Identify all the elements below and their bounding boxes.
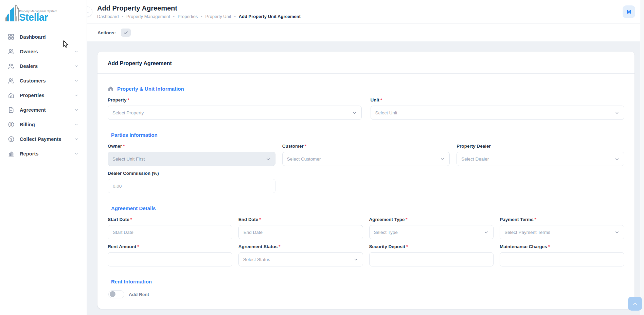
dealer-commission-input[interactable] (108, 179, 275, 193)
sidebar-item-label: Customers (20, 78, 74, 84)
sidebar-item-owners[interactable]: Owners (5, 44, 82, 58)
field-agreement-status: Agreement Status* Select Status (238, 244, 363, 266)
sidebar-item-reports[interactable]: Reports (5, 147, 82, 161)
breadcrumb-item-current: Add Property Unit Agreement (239, 14, 301, 19)
customer-select[interactable]: Select Customer (282, 152, 450, 166)
scrollbar-track[interactable] (640, 0, 644, 315)
required-marker: * (259, 217, 261, 222)
breadcrumb-separator: - (122, 14, 123, 19)
start-date-input[interactable] (108, 225, 232, 239)
property-select-value: Select Property (112, 110, 144, 115)
home-icon (7, 92, 15, 99)
sidebar-item-dealers[interactable]: Dealers (5, 59, 82, 73)
sidebar-item-billing[interactable]: $ Billing (5, 117, 82, 131)
chevron-down-icon (74, 49, 79, 54)
owner-label: Owner* (108, 144, 275, 149)
page-content: Add Property Agreement Property & Unit I… (87, 41, 644, 315)
chevron-down-icon (614, 110, 620, 115)
required-marker: * (548, 244, 550, 249)
page-title: Add Property Agreement (97, 4, 301, 12)
page-header-titles: Add Property Agreement Dashboard - Prope… (97, 4, 301, 19)
page-header: ← Add Property Agreement Dashboard - Pro… (87, 0, 644, 24)
property-dealer-select[interactable]: Select Dealer (457, 152, 624, 166)
user-avatar[interactable]: M (623, 5, 635, 18)
add-rent-toggle[interactable] (108, 290, 124, 298)
breadcrumb-item[interactable]: Properties (178, 14, 198, 19)
breadcrumb-item[interactable]: Property Management (126, 14, 170, 19)
maintenance-charges-input[interactable] (500, 252, 624, 266)
maintenance-charges-label: Maintenance Charges* (500, 244, 624, 249)
brand-name: Stellar (19, 13, 57, 22)
sidebar-item-collect-payments[interactable]: $ Collect Payments (5, 132, 82, 146)
payment-terms-select[interactable]: Select Payment Terms (500, 225, 624, 239)
chevron-down-icon (74, 78, 79, 84)
customer-label: Customer* (282, 144, 450, 149)
brand-text: Propery Managemet System Stellar (19, 10, 57, 22)
chevron-down-icon (266, 156, 271, 162)
dollar-circle-icon: $ (7, 135, 15, 143)
end-date-input[interactable] (238, 225, 363, 239)
sidebar-item-label: Owners (20, 49, 74, 54)
payment-terms-label: Payment Terms* (500, 217, 624, 222)
unit-select-value: Select Unit (375, 110, 397, 115)
sidebar-item-label: Agreement (20, 107, 74, 113)
scroll-to-top-button[interactable] (628, 297, 642, 311)
section-agreement-details: Agreement Details (108, 205, 624, 211)
chevron-down-icon (440, 156, 445, 162)
section-title: Agreement Details (111, 205, 156, 211)
sidebar-item-properties[interactable]: Properties (5, 88, 82, 102)
breadcrumb-separator: - (234, 14, 235, 19)
chevron-down-icon (74, 93, 79, 98)
actions-check-button[interactable] (121, 29, 131, 37)
agreement-status-select-value: Select Status (243, 257, 270, 262)
required-marker: * (380, 97, 382, 103)
sidebar: Propery Managemet System Stellar Dashboa… (0, 0, 87, 315)
chevron-down-icon (74, 151, 79, 156)
breadcrumb-item[interactable]: Property Unit (205, 14, 231, 19)
sidebar-item-customers[interactable]: Customers (5, 74, 82, 88)
breadcrumb: Dashboard - Property Management - Proper… (97, 14, 301, 19)
field-payment-terms: Payment Terms* Select Payment Terms (500, 217, 624, 239)
agreement-type-select[interactable]: Select Type (369, 225, 494, 239)
brand-logo[interactable]: Propery Managemet System Stellar (0, 0, 87, 24)
home-icon (108, 86, 114, 92)
required-marker: * (279, 244, 280, 249)
required-marker: * (128, 97, 129, 103)
chevron-down-icon (484, 230, 489, 235)
sidebar-item-label: Collect Payments (20, 136, 74, 142)
sidebar-nav: Dashboard Owners Dealers C (0, 24, 87, 167)
sidebar-item-dashboard[interactable]: Dashboard (5, 30, 82, 44)
property-select[interactable]: Select Property (108, 106, 362, 120)
users-icon (7, 48, 15, 55)
app-root: Propery Managemet System Stellar Dashboa… (0, 0, 644, 315)
required-marker: * (137, 244, 139, 249)
rent-amount-input[interactable] (108, 252, 232, 266)
agreement-type-select-value: Select Type (374, 230, 398, 235)
dollar-circle-icon: $ (7, 121, 15, 128)
field-rent-amount: Rent Amount* (108, 244, 232, 266)
chevron-down-icon (74, 63, 79, 69)
sidebar-item-label: Dashboard (20, 34, 79, 40)
section-property-unit-information: Property & Unit Information (108, 86, 624, 92)
end-date-label: End Date* (238, 217, 363, 222)
breadcrumb-item[interactable]: Dashboard (97, 14, 119, 19)
owner-select: Select Unit First (108, 152, 275, 166)
unit-select[interactable]: Select Unit (371, 106, 625, 120)
required-marker: * (130, 217, 132, 222)
required-marker: * (406, 217, 407, 222)
sidebar-item-label: Billing (20, 122, 74, 127)
security-deposit-input[interactable] (369, 252, 494, 266)
agreement-status-select[interactable]: Select Status (238, 252, 363, 266)
section-title: Rent Information (111, 279, 152, 285)
chevron-down-icon (352, 110, 357, 115)
chevron-down-icon (614, 156, 620, 162)
document-icon (7, 106, 15, 113)
card-title: Add Property Agreement (108, 60, 172, 66)
agreement-status-label: Agreement Status* (238, 244, 363, 249)
sidebar-item-label: Properties (20, 93, 74, 98)
field-unit: Unit* Select Unit (371, 97, 625, 120)
sidebar-item-agreement[interactable]: Agreement (5, 103, 82, 117)
field-owner: Owner* Select Unit First (108, 144, 275, 166)
required-marker: * (123, 144, 125, 149)
chevron-down-icon (74, 122, 79, 127)
